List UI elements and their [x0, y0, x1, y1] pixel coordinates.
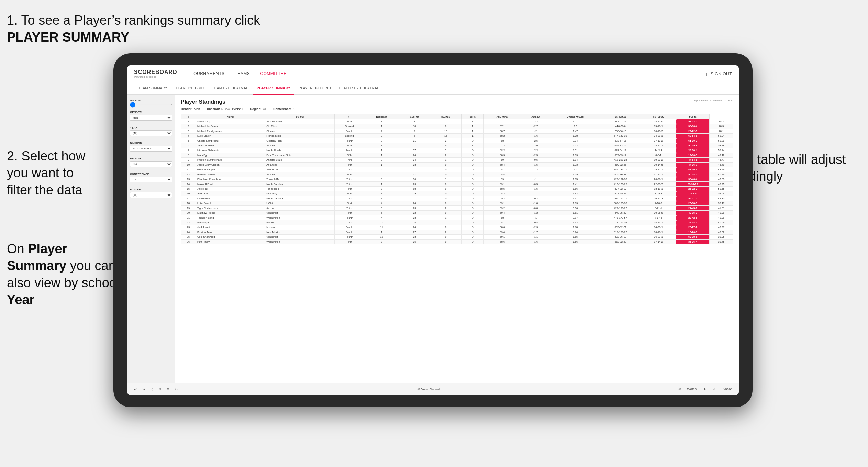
view-label: 👁 View: Original — [417, 388, 440, 391]
sub-nav-player-h2h-grid[interactable]: PLAYER H2H GRID — [294, 82, 335, 95]
data-cell: 31-15-1 — [641, 172, 676, 177]
nav-item-tournaments[interactable]: TOURNAMENTS — [191, 69, 225, 78]
sidebar-player: Player (All) — [130, 188, 172, 198]
conference-select[interactable]: (All) — [130, 177, 172, 182]
data-cell: 24 — [399, 201, 430, 206]
data-cell: 1 — [364, 230, 399, 235]
data-cell: 0 — [462, 240, 484, 244]
data-cell: 0 — [430, 225, 462, 230]
data-cell: 0 — [430, 163, 462, 167]
player-select[interactable]: (All) — [130, 192, 172, 198]
sub-nav-player-h2h-heatmap[interactable]: PLAYER H2H HEATMAP — [335, 82, 383, 95]
table-row: 2Michael Le SassoOle MissSecond1180167.1… — [181, 124, 733, 129]
data-cell: Third — [335, 206, 364, 211]
data-cell: 1.92 — [550, 191, 600, 196]
data-cell: 0 — [430, 182, 462, 187]
data-cell: -1.1 — [521, 235, 550, 240]
points-cell: 53-91-10 — [676, 182, 710, 187]
school-cell: North Florida — [265, 148, 335, 153]
data-cell: 69.4 — [483, 211, 521, 215]
data-cell: 22 — [181, 220, 196, 225]
data-cell: 428-192-30 — [600, 177, 641, 182]
data-cell: 2 — [181, 124, 196, 129]
nav-item-committee[interactable]: COMMITTEE — [260, 69, 287, 78]
share-button[interactable]: Share — [721, 387, 733, 392]
refresh-button[interactable]: ↻ — [174, 387, 179, 392]
data-cell: 40.98 — [709, 211, 733, 215]
player-name-cell: Tiger Christensen — [196, 206, 265, 211]
filter-gender: Gender: Men — [181, 107, 200, 111]
nav-item-teams[interactable]: TEAMS — [235, 69, 250, 78]
download-button[interactable]: ⬇ — [702, 387, 708, 392]
data-cell: 1.43 — [550, 220, 600, 225]
data-cell: 0 — [462, 167, 484, 172]
sub-nav-team-h2h-heatmap[interactable]: TEAM H2H HEATMAP — [208, 82, 253, 95]
data-cell: 42.35 — [709, 196, 733, 201]
nav-right: | Sign out — [706, 70, 732, 78]
no-rids-slider[interactable] — [130, 104, 172, 105]
data-cell: 11-5-3 — [641, 191, 676, 196]
region-select[interactable]: N/A All — [130, 161, 172, 167]
data-cell: 387-133-16 — [600, 167, 641, 172]
watch-icon: 👁 — [678, 388, 681, 391]
school-cell: Missouri — [265, 225, 335, 230]
data-cell: 40.69 — [709, 220, 733, 225]
data-cell: 2 — [364, 129, 399, 134]
gender-select[interactable]: Men Women — [130, 115, 172, 121]
data-cell: Third — [335, 177, 364, 182]
table-row: 23Jack LundinMissouriFourth11240068.6-2.… — [181, 225, 733, 230]
watch-button[interactable]: Watch — [686, 387, 698, 392]
division-select[interactable]: NCAA Division I NCAA Division II NCAA Di… — [130, 146, 172, 152]
points-cell: 23-42-5 — [676, 215, 710, 220]
data-cell: 24 — [399, 158, 430, 163]
division-label: Division — [130, 142, 172, 145]
data-cell: 13-18-1 — [641, 187, 676, 191]
points-cell: 54-51-4 — [676, 196, 710, 201]
redo-button[interactable]: ↪ — [141, 387, 146, 392]
fullscreen-button[interactable]: ⤢ — [712, 387, 717, 392]
data-cell: 412-221-24 — [600, 158, 641, 163]
back-button[interactable]: ◁ — [149, 387, 155, 392]
data-cell: 67.1 — [483, 124, 521, 129]
sidebar: No Rds. Gender Men Women Year (All) — [127, 95, 175, 383]
data-cell: 2 — [430, 148, 462, 153]
school-cell: North Carolina — [265, 196, 335, 201]
data-cell: 0 — [462, 201, 484, 206]
data-cell: 0 — [462, 215, 484, 220]
school-cell: Tennessee — [265, 187, 335, 191]
school-cell: Vanderbilt — [265, 211, 335, 215]
data-cell: -2 — [521, 129, 550, 134]
data-cell: 7 — [364, 187, 399, 191]
data-cell: 7 — [181, 148, 196, 153]
data-cell: 4 — [364, 201, 399, 206]
data-cell: First — [335, 119, 364, 124]
data-cell: 8-6-1 — [641, 153, 676, 158]
data-cell: 0 — [462, 225, 484, 230]
school-cell: Vanderbilt — [265, 235, 335, 240]
paste-button[interactable]: ⊕ — [165, 387, 171, 392]
player-name-cell: Jacob Skov Olesen — [196, 163, 265, 167]
data-cell: 68.4 — [483, 172, 521, 177]
bottom-bar: ↩ ↪ ◁ ⧉ ⊕ ↻ 👁 View: Original 👁 Watch ⬇ ⤢… — [127, 383, 739, 395]
undo-button[interactable]: ↩ — [133, 387, 138, 392]
data-cell: 0 — [462, 235, 484, 240]
copy-button[interactable]: ⧉ — [157, 387, 163, 392]
data-cell: 1.66 — [550, 187, 600, 191]
data-cell: 21 — [399, 167, 430, 172]
data-cell: 24 — [399, 153, 430, 158]
data-cell: 2 — [364, 138, 399, 143]
sign-out-button[interactable]: Sign out — [711, 70, 732, 78]
logo-subtitle: Powered by clippó — [134, 75, 156, 78]
sub-nav-team-summary[interactable]: TEAM SUMMARY — [134, 82, 171, 95]
col-overall: Overall Record — [550, 114, 600, 119]
data-cell: 0 — [462, 191, 484, 196]
sub-nav-player-summary[interactable]: PLAYER SUMMARY — [253, 82, 294, 95]
year-select[interactable]: (All) First Second Third Fourth Fifth — [130, 130, 172, 136]
data-cell: 19-11-1 — [641, 124, 676, 129]
data-cell: 25-22-1 — [641, 167, 676, 172]
data-cell: 2 — [430, 153, 462, 158]
player-name-cell: Cole Sherwood — [196, 235, 265, 240]
points-cell: 35-16-4 — [676, 124, 710, 129]
sub-nav-team-h2h-grid[interactable]: TEAM H2H GRID — [171, 82, 208, 95]
data-cell: 12 — [181, 172, 196, 177]
